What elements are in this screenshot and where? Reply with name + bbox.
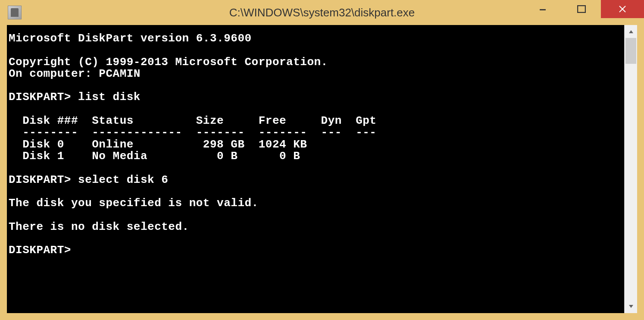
- console-line: There is no disk selected.: [9, 220, 189, 233]
- scroll-up-button[interactable]: [625, 25, 637, 38]
- table-row: Disk 1 No Media 0 B 0 B: [9, 150, 300, 163]
- console-line: The disk you specified is not valid.: [9, 197, 259, 210]
- close-button[interactable]: [601, 0, 644, 18]
- console-prompt: DISKPART> select disk 6: [9, 173, 168, 186]
- table-divider: -------- ------------- ------- ------- -…: [9, 126, 376, 139]
- client-area: Microsoft DiskPart version 6.3.9600 Copy…: [0, 25, 644, 320]
- svg-rect-0: [578, 6, 585, 13]
- scroll-down-button[interactable]: [625, 300, 637, 313]
- table-row: Disk 0 Online 298 GB 1024 KB: [9, 138, 307, 151]
- window-controls: –: [523, 0, 644, 25]
- minimize-button[interactable]: –: [523, 0, 562, 18]
- maximize-button[interactable]: [562, 0, 601, 18]
- scroll-thumb[interactable]: [625, 38, 636, 64]
- app-icon: [8, 6, 22, 19]
- svg-marker-4: [629, 305, 633, 308]
- window-title: C:\WINDOWS\system32\diskpart.exe: [229, 6, 415, 19]
- scroll-track[interactable]: [625, 38, 637, 300]
- console-output[interactable]: Microsoft DiskPart version 6.3.9600 Copy…: [7, 25, 624, 313]
- diskpart-window: C:\WINDOWS\system32\diskpart.exe – Micro…: [0, 0, 644, 320]
- titlebar[interactable]: C:\WINDOWS\system32\diskpart.exe –: [0, 0, 644, 25]
- console-prompt: DISKPART>: [9, 244, 71, 257]
- console-line: Copyright (C) 1999-2013 Microsoft Corpor…: [9, 56, 328, 69]
- console-line: Microsoft DiskPart version 6.3.9600: [9, 32, 252, 45]
- console-line: On computer: PCAMIN: [9, 67, 141, 80]
- console-prompt: DISKPART> list disk: [9, 91, 141, 104]
- svg-marker-3: [629, 30, 633, 33]
- vertical-scrollbar[interactable]: [624, 25, 637, 313]
- table-header: Disk ### Status Size Free Dyn Gpt: [9, 114, 376, 127]
